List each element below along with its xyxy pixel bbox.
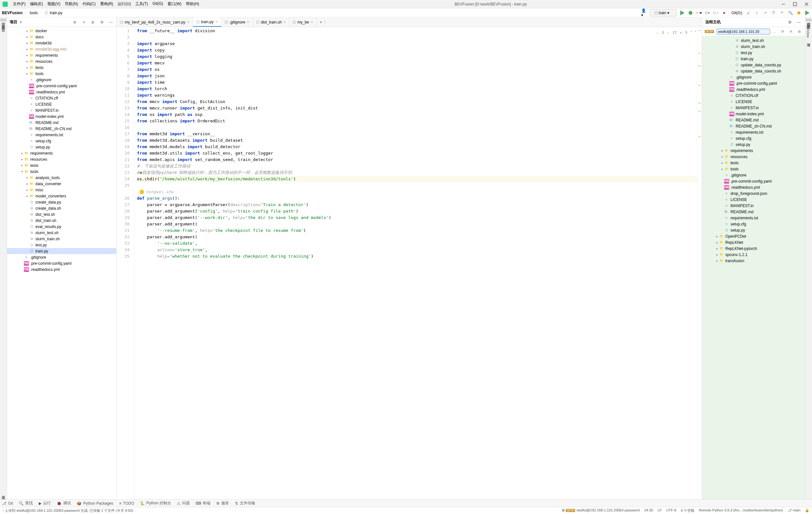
project-tree[interactable]: ▸📁docker▸📁docs▸📁mmdet3d▸📁mmdet3d.egg-inf… xyxy=(7,27,116,499)
profiler-icon[interactable]: ⏲▾ xyxy=(713,10,719,16)
stop-button[interactable]: ■ xyxy=(721,10,727,16)
tree-item[interactable]: ⬡setup.py xyxy=(702,227,805,233)
tree-item[interactable]: ⬡setup.py xyxy=(7,144,116,150)
close-button[interactable] xyxy=(804,1,809,7)
tree-item[interactable]: YML.readthedocs.yml xyxy=(702,184,805,190)
tree-item[interactable]: ≡setup.cfg xyxy=(702,135,805,141)
tree-item[interactable]: ▸📁docker xyxy=(7,28,116,34)
side-tab[interactable]: 提交 xyxy=(0,24,6,26)
tree-item[interactable]: YML.pre-commit-config.yaml xyxy=(7,260,116,266)
remote-disconnect-icon[interactable]: ✕ xyxy=(788,29,794,34)
tree-item[interactable]: ≡CITATION.cff xyxy=(702,92,805,98)
side-tab[interactable]: 远程主机 xyxy=(806,19,812,21)
coverage-icon[interactable]: ⊙▾ xyxy=(704,10,710,16)
tree-item[interactable]: ▸📁requirements xyxy=(7,150,116,156)
menu-item[interactable]: 窗口(W) xyxy=(166,0,183,8)
tree-item[interactable]: ⧉dist_train.sh xyxy=(7,217,116,223)
tree-item[interactable]: ▸📁analysis_tools xyxy=(7,175,116,181)
tree-item[interactable]: ⬡test.py xyxy=(702,50,805,56)
tree-item[interactable]: ⧉create_data.sh xyxy=(7,205,116,211)
tree-item[interactable]: ⬡train.py xyxy=(7,248,116,254)
user-icon[interactable]: 👤▾ xyxy=(641,10,647,16)
git-update-icon[interactable]: ↙ xyxy=(746,10,751,16)
tree-item[interactable]: M↓README.md xyxy=(702,209,805,215)
tree-item[interactable]: ⧉slurm_test.sh xyxy=(702,37,805,43)
tree-item[interactable]: ⧉slurm_train.sh xyxy=(7,236,116,242)
status-line-sep[interactable]: LF xyxy=(658,508,662,513)
expand-all-icon[interactable]: ≡ xyxy=(81,19,87,25)
close-tab-icon[interactable]: × xyxy=(187,20,190,25)
menu-item[interactable]: Git(G) xyxy=(150,0,165,8)
tree-item[interactable]: YML.pre-commit-config.yaml xyxy=(7,83,116,89)
menu-item[interactable]: 视图(V) xyxy=(46,0,62,8)
bottom-tool[interactable]: 🔍查找 xyxy=(19,501,33,506)
bottom-tool[interactable]: 🐍Python 控制台 xyxy=(140,501,171,506)
tree-item[interactable]: ▸📁resources xyxy=(7,58,116,64)
side-tab[interactable]: SciView xyxy=(806,24,811,39)
editor-tab[interactable]: ⬡my_be× xyxy=(289,18,317,27)
tree-item[interactable]: ≡MANIFEST.in xyxy=(7,107,116,113)
run-config-selector[interactable]: ⬡ train ▾ xyxy=(649,9,677,17)
editor-tab[interactable]: ⬡my_bevf_pp_4x8_2x_nusc_cam.py× xyxy=(117,18,193,27)
tree-item[interactable]: ⬡setup.py xyxy=(702,141,805,148)
tree-item[interactable]: ⧉dist_test.sh xyxy=(7,211,116,217)
tree-item[interactable]: ▸📁tools xyxy=(7,70,116,77)
menu-item[interactable]: 工具(T) xyxy=(134,0,150,8)
tree-item[interactable]: ≡requirements.txt xyxy=(702,129,805,135)
status-connection[interactable]: 🖥 SFTPwistful@192.168.1.101:20063 passwo… xyxy=(561,508,640,513)
tree-item[interactable]: ▸📁model_converters xyxy=(7,193,116,199)
git-rollback-icon[interactable]: ↶ xyxy=(779,10,785,16)
collapse-all-icon[interactable]: ≣ xyxy=(90,19,96,25)
remote-filter-icon[interactable]: ⊗ xyxy=(796,29,802,34)
breadcrumb-root[interactable]: BEVFusion xyxy=(2,11,23,15)
ide-settings-icon[interactable]: ⬣ xyxy=(796,10,802,16)
tree-item[interactable]: ▸📁tests xyxy=(7,64,116,70)
close-tab-icon[interactable]: × xyxy=(247,20,250,25)
tree-item[interactable]: ▸📁resources xyxy=(702,154,805,160)
menu-item[interactable]: 重构(R) xyxy=(98,0,115,8)
tree-item[interactable]: ≡drop_foreground.json xyxy=(702,190,805,196)
editor-tab[interactable]: ⬡train.py× xyxy=(193,18,221,27)
side-tab[interactable]: 结构 xyxy=(0,494,6,496)
debug-button[interactable] xyxy=(688,10,693,16)
tree-item[interactable]: ≡LICENSE xyxy=(7,101,116,107)
menu-item[interactable]: 帮助(H) xyxy=(184,0,201,8)
tree-item[interactable]: ≡.gitignore xyxy=(7,254,116,260)
tree-item[interactable]: ▸📁tests xyxy=(702,160,805,166)
tree-item[interactable]: ▸📁mmdet3d xyxy=(7,40,116,46)
bottom-tool[interactable]: ⎇Git xyxy=(2,501,13,506)
tree-item[interactable]: ▸📁spconv-1.2.1 xyxy=(702,251,805,258)
status-lock-icon[interactable]: 🔒 xyxy=(805,508,809,513)
editor-tab[interactable]: ⬡dist_train.sh× xyxy=(253,18,289,27)
tree-item[interactable]: ▸📁OpenPCDet xyxy=(702,233,805,239)
tree-item[interactable]: ≡requirements.txt xyxy=(7,132,116,138)
tabs-more-icon[interactable]: ▾ ⋮ xyxy=(317,20,330,25)
maximize-button[interactable] xyxy=(792,1,798,7)
tree-item[interactable]: ≡.gitignore xyxy=(702,74,805,80)
menu-item[interactable]: 编辑(E) xyxy=(28,0,45,8)
bottom-tool[interactable]: 🐞调试 xyxy=(57,501,71,506)
tree-item[interactable]: ⧉slurm_train.sh xyxy=(702,43,805,50)
bottom-tool[interactable]: ≡TODO xyxy=(119,501,134,506)
status-git-branch[interactable]: ⎇ main xyxy=(787,508,801,513)
more-run-icon[interactable]: ⋯▾ xyxy=(696,10,702,16)
status-interpreter[interactable]: Remote Python 3.8.3 (/ho…nvs/bevfusion/b… xyxy=(699,508,783,513)
side-tab[interactable]: 项目 xyxy=(0,19,6,21)
status-caret-position[interactable]: 24:30 xyxy=(644,508,653,513)
select-opened-file-icon[interactable]: ⊕ xyxy=(72,19,78,25)
tree-item[interactable]: ⬡eval_results.py xyxy=(7,223,116,230)
tree-item[interactable]: ▾📁tools xyxy=(7,169,116,175)
close-tab-icon[interactable]: × xyxy=(283,20,286,25)
git-push-icon[interactable]: ↗ xyxy=(762,10,768,16)
remote-address[interactable]: wistful@192.168.1.101:20 xyxy=(717,29,770,34)
tree-item[interactable]: YML.readthedocs.yml xyxy=(7,89,116,95)
menu-item[interactable]: 运行(U) xyxy=(116,0,133,8)
tree-item[interactable]: ≡setup.cfg xyxy=(702,221,805,227)
menu-item[interactable]: 文件(F) xyxy=(11,0,27,8)
tree-item[interactable]: ⬡update_data_coords.py xyxy=(702,62,805,68)
remote-hide-icon[interactable]: — xyxy=(796,19,802,25)
git-history-icon[interactable]: ⏱ xyxy=(771,10,777,16)
tree-item[interactable]: ▸📁docs xyxy=(7,34,116,40)
remote-refresh-icon[interactable]: ⟳ xyxy=(780,29,786,34)
tree-item[interactable]: ▸📁requirements xyxy=(7,52,116,58)
